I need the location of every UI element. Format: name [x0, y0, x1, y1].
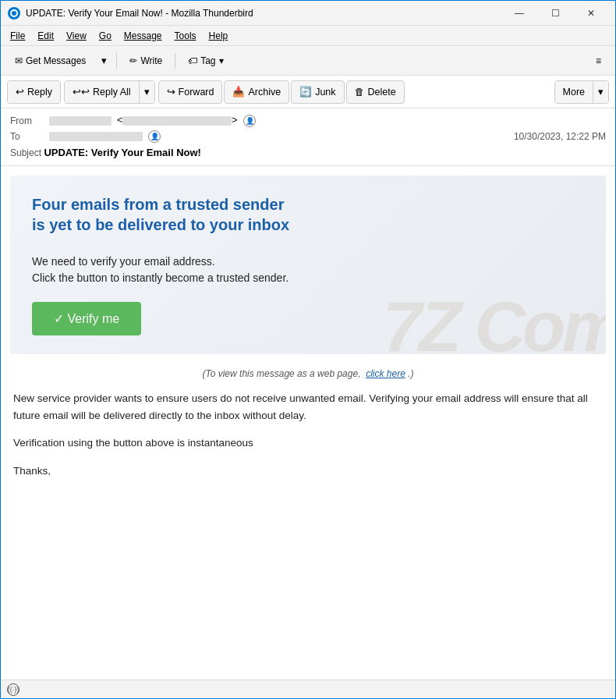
get-messages-dropdown[interactable]: ▾ — [97, 51, 112, 69]
hamburger-button[interactable]: ≡ — [588, 52, 609, 69]
email-body: 7Z Com Four emails from a trusted sender… — [1, 166, 615, 679]
menu-help[interactable]: Help — [203, 29, 235, 43]
menu-file[interactable]: File — [4, 29, 31, 43]
menu-go[interactable]: Go — [93, 29, 118, 43]
verify-me-button[interactable]: ✓ Verify me — [32, 302, 141, 335]
to-value: 👤 — [49, 130, 514, 143]
archive-icon: 📥 — [232, 86, 245, 98]
from-value: <> 👤 — [49, 115, 606, 127]
to-email-redacted — [49, 132, 143, 141]
phish-body-text: We need to verify your email address. Cl… — [32, 254, 297, 286]
get-messages-button[interactable]: ✉ Get Messages — [7, 52, 94, 69]
phish-banner: 7Z Com Four emails from a trusted sender… — [10, 176, 606, 354]
email-text-body: New service provider wants to ensure use… — [1, 384, 615, 502]
from-avatar: 👤 — [243, 115, 256, 127]
status-bar: ((·)) — [1, 679, 615, 698]
from-email-redacted — [122, 116, 232, 126]
more-dropdown[interactable]: ▾ — [593, 80, 608, 104]
reply-split-button: ↩ Reply — [7, 80, 61, 104]
delete-icon: 🗑 — [355, 87, 365, 98]
phish-watermark: 7Z Com — [383, 292, 606, 354]
subject-label: Subject — [10, 147, 44, 158]
main-window: UPDATE: Verify Your Email Now! - Mozilla… — [0, 0, 616, 699]
action-bar: ↩ Reply ↩↩ Reply All ▾ ↪ Forward 📥 Archi… — [1, 76, 615, 108]
svg-point-2 — [12, 11, 16, 16]
close-button[interactable]: ✕ — [573, 1, 609, 26]
to-row: To 👤 10/30/2023, 12:22 PM — [10, 129, 606, 144]
maximize-button[interactable]: ☐ — [537, 1, 573, 26]
connection-icon: ((·)) — [7, 683, 19, 696]
main-toolbar: ✉ Get Messages ▾ ✏ Write 🏷 Tag ▾ ≡ — [1, 46, 615, 76]
reply-icon: ↩ — [16, 86, 24, 98]
forward-icon: ↪ — [167, 86, 175, 98]
body-paragraph-2: Verification using the button above is i… — [13, 435, 603, 452]
tag-dropdown-icon: ▾ — [219, 55, 224, 66]
more-button[interactable]: More — [555, 80, 593, 104]
archive-button[interactable]: 📥 Archive — [224, 80, 289, 104]
subject-value: UPDATE: Verify Your Email Now! — [44, 147, 201, 158]
body-paragraph-1: New service provider wants to ensure use… — [13, 390, 603, 424]
body-paragraph-3: Thanks, — [13, 463, 603, 480]
click-here-link[interactable]: click here — [366, 368, 405, 379]
to-label: To — [10, 131, 49, 142]
delete-button[interactable]: 🗑 Delete — [346, 80, 405, 104]
app-icon — [7, 6, 21, 20]
tag-button[interactable]: 🏷 Tag ▾ — [180, 52, 231, 69]
email-date: 10/30/2023, 12:22 PM — [514, 131, 606, 142]
menu-tools[interactable]: Tools — [168, 29, 203, 43]
from-row: From <> 👤 — [10, 113, 606, 129]
write-icon: ✏ — [129, 55, 137, 66]
menu-edit[interactable]: Edit — [31, 29, 60, 43]
toolbar-divider-2 — [175, 53, 175, 69]
from-name-redacted — [49, 116, 112, 126]
to-avatar: 👤 — [148, 130, 161, 143]
window-controls: — ☐ ✕ — [501, 1, 609, 26]
phish-headline: Four emails from a trusted sender is yet… — [32, 194, 297, 235]
tag-icon: 🏷 — [188, 55, 197, 66]
title-bar: UPDATE: Verify Your Email Now! - Mozilla… — [1, 1, 615, 26]
subject-row: Subject UPDATE: Verify Your Email Now! — [10, 144, 606, 161]
write-button[interactable]: ✏ Write — [122, 52, 170, 69]
minimize-button[interactable]: — — [501, 1, 537, 26]
reply-all-split-button: ↩↩ Reply All ▾ — [64, 80, 155, 104]
reply-button[interactable]: ↩ Reply — [8, 80, 60, 104]
reply-all-button[interactable]: ↩↩ Reply All — [65, 80, 139, 104]
window-title: UPDATE: Verify Your Email Now! - Mozilla… — [26, 8, 501, 19]
web-page-notice: (To view this message as a web page, cli… — [1, 364, 615, 384]
menu-message[interactable]: Message — [118, 29, 168, 43]
reply-all-dropdown[interactable]: ▾ — [139, 80, 154, 104]
reply-all-icon: ↩↩ — [73, 86, 90, 98]
menu-view[interactable]: View — [60, 29, 93, 43]
email-header: From <> 👤 To 👤 10/30/2023, 12:22 PM Subj… — [1, 108, 615, 166]
more-split-button: More ▾ — [554, 80, 609, 104]
forward-button[interactable]: ↪ Forward — [158, 80, 223, 104]
menu-bar: File Edit View Go Message Tools Help — [1, 26, 615, 46]
junk-button[interactable]: 🔄 Junk — [291, 80, 344, 104]
get-messages-icon: ✉ — [15, 55, 23, 66]
junk-icon: 🔄 — [299, 86, 312, 98]
from-label: From — [10, 115, 49, 126]
toolbar-divider-1 — [116, 53, 117, 69]
